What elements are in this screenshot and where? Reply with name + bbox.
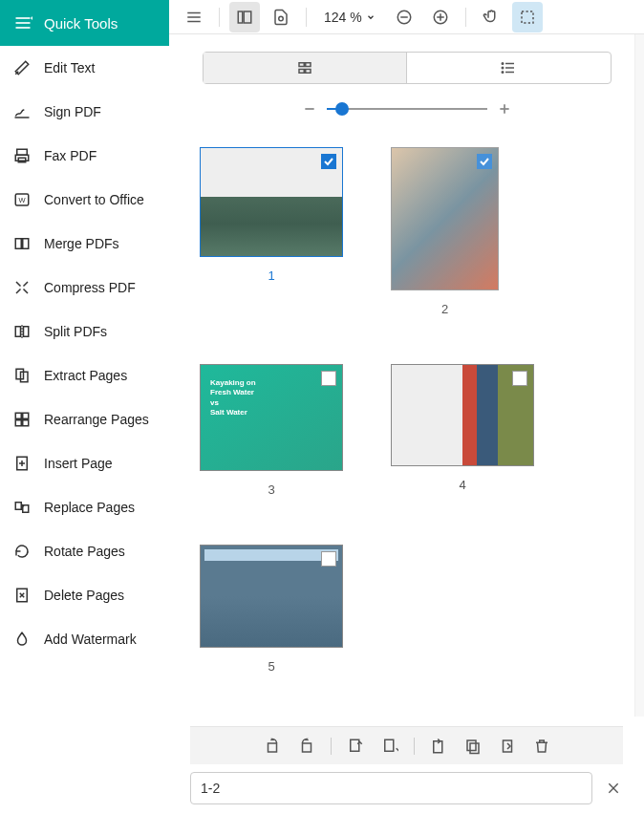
svg-rect-59 [470, 743, 479, 754]
document-info-button[interactable] [266, 2, 296, 32]
svg-text:W: W [18, 196, 26, 204]
sidebar-item-convert-office[interactable]: W Convert to Office [0, 178, 169, 222]
separator [219, 8, 220, 27]
clear-range-button[interactable] [604, 779, 623, 798]
page-thumbnail-3[interactable]: Kayaking on Fresh Water vs Salt Water [200, 364, 343, 471]
page-checkbox[interactable] [512, 371, 527, 386]
bottom-bar [169, 717, 644, 814]
sidebar-item-label: Merge PDFs [44, 236, 119, 251]
compress-icon [13, 279, 31, 296]
list-view-button[interactable] [407, 53, 611, 83]
svg-rect-9 [15, 239, 21, 249]
insert-before-button[interactable] [345, 736, 366, 757]
page-checkbox[interactable] [321, 371, 336, 386]
marquee-select-button[interactable] [512, 2, 543, 32]
svg-rect-41 [306, 63, 311, 67]
svg-rect-12 [24, 327, 29, 337]
page-checkbox[interactable] [321, 551, 336, 567]
thumbnail-item[interactable]: 5 [200, 545, 343, 674]
sidebar-item-edit-text[interactable]: Edit Text [0, 46, 169, 90]
thumbnail-item[interactable]: Kayaking on Fresh Water vs Salt Water 3 [200, 364, 343, 497]
sidebar-item-rearrange-pages[interactable]: Rearrange Pages [0, 397, 169, 441]
rotate-icon [13, 543, 31, 560]
svg-rect-43 [306, 70, 311, 74]
page-range-row [190, 772, 623, 804]
sidebar-item-label: Insert Page [44, 456, 113, 471]
sidebar-item-label: Rotate Pages [44, 544, 125, 559]
separator [306, 8, 307, 27]
watermark-icon [13, 631, 31, 648]
grid-view-button[interactable] [204, 53, 408, 83]
svg-point-33 [279, 16, 284, 21]
insert-after-button[interactable] [379, 736, 400, 757]
thumbnail-item[interactable]: 4 [391, 364, 534, 497]
thumbnail-item[interactable]: 1 [200, 147, 343, 316]
svg-rect-42 [299, 70, 304, 74]
view-mode-toggle [203, 52, 612, 84]
svg-rect-54 [302, 743, 311, 752]
sidebar-item-merge-pdfs[interactable]: Merge PDFs [0, 222, 169, 266]
page-actions-row [190, 726, 623, 764]
svg-rect-17 [23, 413, 29, 418]
thumbnail-size-slider-row [302, 101, 512, 117]
thumbnail-size-slider[interactable] [327, 102, 487, 116]
rotate-ccw-button[interactable] [262, 736, 283, 757]
svg-rect-55 [350, 739, 358, 751]
page-number-label: 3 [268, 482, 274, 497]
sidebar-item-label: Fax PDF [44, 148, 97, 163]
thumbnail-item[interactable]: 2 [391, 147, 499, 316]
page-thumbnail-5[interactable] [200, 545, 343, 648]
slider-handle[interactable] [335, 102, 349, 116]
page-thumbnail-1[interactable] [200, 147, 343, 257]
svg-point-47 [503, 63, 504, 65]
sidebar-item-label: Split PDFs [44, 324, 107, 339]
duplicate-page-button[interactable] [462, 736, 483, 757]
slider-plus-button[interactable] [497, 101, 512, 117]
sidebar-item-delete-pages[interactable]: Delete Pages [0, 573, 169, 617]
page-thumbnail-4[interactable] [391, 364, 534, 466]
pan-tool-button[interactable] [476, 2, 506, 32]
svg-rect-32 [244, 11, 251, 23]
svg-rect-58 [467, 740, 476, 751]
delete-page-button[interactable] [531, 736, 552, 757]
sidebar-item-rotate-pages[interactable]: Rotate Pages [0, 529, 169, 573]
sidebar-item-fax-pdf[interactable]: Fax PDF [0, 134, 169, 178]
page-checkbox[interactable] [321, 154, 336, 169]
sidebar-item-split-pdfs[interactable]: Split PDFs [0, 310, 169, 353]
extract-page-button[interactable] [497, 736, 518, 757]
page-range-input[interactable] [190, 772, 592, 804]
zoom-in-button[interactable] [425, 2, 456, 32]
zoom-out-button[interactable] [389, 2, 419, 32]
quick-tools-header[interactable]: Quick Tools [0, 0, 169, 46]
svg-rect-10 [23, 239, 29, 249]
main-panel: 124 % 1 [169, 0, 644, 814]
page-thumbnail-2[interactable] [391, 147, 499, 290]
rearrange-icon [13, 411, 31, 428]
page-checkbox[interactable] [477, 154, 492, 169]
sidebar-item-label: Extract Pages [44, 368, 127, 383]
separator [414, 738, 415, 755]
sidebar-item-extract-pages[interactable]: Extract Pages [0, 353, 169, 397]
svg-rect-16 [15, 413, 21, 418]
svg-rect-40 [299, 63, 304, 67]
thumbnail-panel-button[interactable] [229, 2, 260, 32]
toolbar: 124 % [169, 0, 644, 34]
sidebar-item-label: Add Watermark [44, 632, 137, 647]
hamburger-button[interactable] [179, 2, 209, 32]
sidebar-item-compress-pdf[interactable]: Compress PDF [0, 266, 169, 310]
sidebar-item-insert-page[interactable]: Insert Page [0, 441, 169, 485]
rotate-cw-button[interactable] [296, 736, 317, 757]
slider-minus-button[interactable] [302, 101, 317, 117]
svg-rect-53 [268, 743, 276, 752]
page-number-label: 2 [441, 302, 448, 316]
thumbnail-grid: 1 2 Kayaking on Fresh Water vs Salt Wate… [186, 147, 627, 674]
sidebar-header-label: Quick Tools [44, 15, 118, 32]
replace-page-button[interactable] [428, 736, 449, 757]
page-number-label: 1 [268, 268, 274, 283]
sidebar-item-replace-pages[interactable]: Replace Pages [0, 485, 169, 529]
sidebar-item-label: Compress PDF [44, 280, 136, 295]
scrollbar[interactable] [634, 34, 644, 814]
sidebar-item-add-watermark[interactable]: Add Watermark [0, 617, 169, 661]
zoom-level-dropdown[interactable]: 124 % [316, 2, 383, 32]
sidebar-item-sign-pdf[interactable]: Sign PDF [0, 90, 169, 134]
